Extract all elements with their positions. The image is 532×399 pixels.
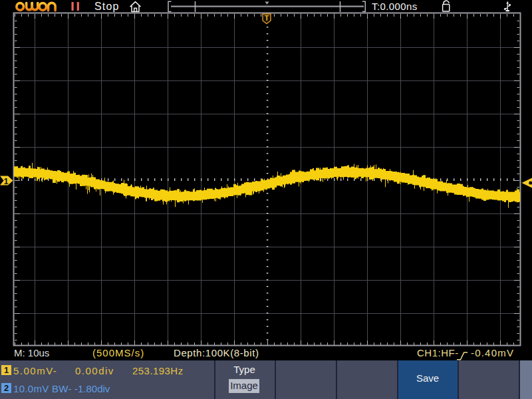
svg-text:1: 1 bbox=[3, 176, 8, 186]
svg-text:T: T bbox=[265, 14, 269, 22]
